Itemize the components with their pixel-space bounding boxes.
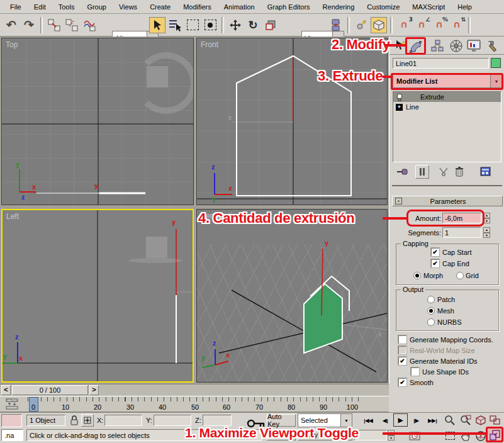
absolute-mode-toggle[interactable] bbox=[81, 414, 94, 427]
auto-key-button[interactable]: Auto Key bbox=[267, 414, 296, 427]
annotation-line-step1 bbox=[383, 432, 486, 435]
next-frame-button[interactable]: |▶ bbox=[409, 414, 423, 427]
menu-file[interactable]: File bbox=[4, 2, 28, 12]
spinner-up-icon[interactable]: ▲ bbox=[483, 227, 490, 233]
real-world-checkbox[interactable] bbox=[398, 346, 406, 354]
zoom-all-icon[interactable] bbox=[459, 413, 473, 427]
bind-to-space-warp-icon[interactable] bbox=[81, 17, 98, 33]
tab-utilities[interactable] bbox=[484, 38, 501, 54]
angle-snap-icon[interactable]: ∩∠ bbox=[413, 17, 430, 33]
viewport-watermark bbox=[128, 258, 182, 263]
use-pivot-center-icon[interactable] bbox=[328, 17, 344, 33]
maxscript-listener-line[interactable]: .na bbox=[1, 429, 23, 441]
previous-frame-arrow[interactable]: < bbox=[1, 385, 11, 395]
time-slider-handle[interactable]: 0 / 100 bbox=[12, 385, 88, 395]
redo-icon[interactable]: ↷ bbox=[21, 17, 37, 33]
spinner-snap-icon[interactable]: ∩⇅ bbox=[449, 17, 465, 33]
menu-maxscript[interactable]: MAXScript bbox=[406, 2, 451, 12]
patch-radio[interactable] bbox=[427, 296, 435, 303]
nurbs-radio[interactable] bbox=[427, 318, 435, 326]
menu-modifiers[interactable]: Modifiers bbox=[177, 2, 218, 12]
use-shape-ids-checkbox[interactable] bbox=[411, 367, 419, 376]
selection-lock-icon[interactable] bbox=[69, 415, 79, 427]
go-to-start-button[interactable]: |◀◀ bbox=[361, 414, 376, 427]
spinner-down-icon[interactable]: ▼ bbox=[388, 435, 395, 441]
tab-display[interactable] bbox=[465, 38, 482, 54]
segments-spinner[interactable]: ▲ ▼ bbox=[483, 227, 490, 238]
cap-end-checkbox[interactable]: ✔ bbox=[431, 259, 439, 267]
remove-modifier-icon[interactable] bbox=[454, 166, 464, 179]
go-to-end-button[interactable]: ▶▶| bbox=[425, 414, 440, 427]
snap-3d-icon[interactable]: ∩3 bbox=[396, 17, 412, 33]
tab-motion[interactable] bbox=[447, 38, 464, 54]
x-coord-field[interactable] bbox=[104, 415, 142, 426]
zoom-icon[interactable] bbox=[443, 413, 457, 427]
pan-icon[interactable] bbox=[459, 429, 473, 442]
select-and-scale-icon[interactable] bbox=[262, 17, 279, 33]
object-name-field[interactable]: Line01 bbox=[393, 58, 489, 69]
show-end-result-icon[interactable] bbox=[415, 165, 429, 179]
menu-customize[interactable]: Customize bbox=[361, 2, 406, 12]
menu-graph-editors[interactable]: Graph Editors bbox=[261, 2, 316, 12]
select-by-name-icon[interactable] bbox=[167, 17, 183, 33]
morph-radio[interactable] bbox=[413, 272, 421, 279]
current-frame-field[interactable] bbox=[354, 430, 387, 440]
make-unique-icon[interactable] bbox=[438, 167, 449, 178]
select-object-button[interactable] bbox=[149, 17, 165, 33]
z-coord-field[interactable] bbox=[203, 415, 232, 426]
menu-edit[interactable]: Edit bbox=[28, 2, 52, 12]
viewport-perspective[interactable]: Perspective y x z y x bbox=[196, 209, 388, 383]
previous-frame-button[interactable]: ◀| bbox=[378, 414, 393, 427]
grid-radio[interactable] bbox=[456, 272, 464, 279]
menu-create[interactable]: Create bbox=[143, 2, 177, 12]
z-coord-label: Z: bbox=[195, 417, 201, 424]
generate-material-checkbox[interactable]: ✔ bbox=[398, 357, 406, 365]
time-slider-track[interactable]: < 0 / 100 > bbox=[0, 384, 389, 396]
select-and-rotate-icon[interactable]: ↻ bbox=[245, 17, 261, 33]
y-coord-field[interactable] bbox=[154, 415, 191, 426]
select-and-manipulate-icon[interactable] bbox=[353, 17, 369, 33]
menu-tools[interactable]: Tools bbox=[52, 2, 81, 12]
viewport-top[interactable]: Top y y z x bbox=[1, 38, 194, 205]
viewport-front[interactable]: Front z z x y bbox=[196, 38, 388, 205]
time-configuration-icon[interactable] bbox=[408, 429, 422, 442]
zoom-extents-icon[interactable] bbox=[474, 413, 488, 427]
next-frame-arrow[interactable]: > bbox=[89, 385, 99, 395]
menu-animation[interactable]: Animation bbox=[218, 2, 261, 12]
rectangular-selection-region-icon[interactable] bbox=[184, 17, 201, 33]
smooth-checkbox[interactable]: ✔ bbox=[398, 378, 406, 386]
object-color-swatch[interactable] bbox=[491, 58, 501, 68]
window-crossing-icon[interactable] bbox=[202, 17, 218, 33]
snaps-toggle-button[interactable] bbox=[371, 17, 387, 33]
frame-spinner[interactable]: ▲ ▼ bbox=[388, 430, 395, 440]
tab-hierarchy[interactable] bbox=[428, 38, 445, 54]
menu-rendering[interactable]: Rendering bbox=[316, 2, 361, 12]
pin-stack-icon[interactable] bbox=[396, 166, 409, 179]
spinner-down-icon[interactable]: ▼ bbox=[483, 233, 490, 238]
collapse-icon[interactable]: - bbox=[395, 198, 402, 205]
menu-views[interactable]: Views bbox=[113, 2, 143, 12]
expand-plus-icon[interactable]: + bbox=[396, 104, 403, 111]
stack-item-line[interactable]: + Line bbox=[393, 102, 501, 112]
cap-start-checkbox[interactable]: ✔ bbox=[431, 248, 439, 256]
select-and-move-icon[interactable] bbox=[227, 17, 244, 33]
zoom-extents-all-icon[interactable] bbox=[489, 413, 503, 427]
selected-dropdown[interactable]: Selected ▼ bbox=[298, 414, 352, 427]
mesh-radio[interactable] bbox=[427, 307, 435, 315]
select-and-link-icon[interactable] bbox=[46, 17, 62, 33]
undo-icon[interactable]: ↶ bbox=[3, 17, 20, 33]
segments-field[interactable]: 1 bbox=[442, 227, 481, 238]
percent-snap-icon[interactable]: ∩% bbox=[431, 17, 447, 33]
unlink-selection-icon[interactable] bbox=[64, 17, 80, 33]
menu-group[interactable]: Group bbox=[81, 2, 113, 12]
region-zoom-icon[interactable] bbox=[443, 429, 457, 442]
play-button[interactable]: ▶ bbox=[393, 413, 408, 427]
stack-item-extrude[interactable]: Extrude bbox=[393, 92, 501, 102]
parameters-rollout-header[interactable]: - Parameters bbox=[392, 196, 503, 206]
viewport-left[interactable]: Left y z y x bbox=[1, 209, 194, 383]
menu-help[interactable]: Help bbox=[451, 2, 478, 12]
generate-mapping-checkbox[interactable] bbox=[398, 335, 406, 344]
configure-modifier-sets-icon[interactable] bbox=[479, 166, 492, 179]
open-mini-curve-editor-icon[interactable] bbox=[4, 398, 21, 411]
maxscript-mini-listener[interactable] bbox=[1, 414, 22, 427]
